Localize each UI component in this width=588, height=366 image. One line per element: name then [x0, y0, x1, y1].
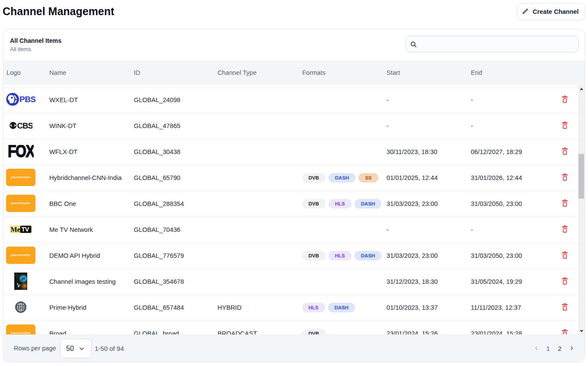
svg-text:FOX: FOX	[8, 145, 34, 157]
svg-text:CBS: CBS	[17, 122, 32, 129]
svg-text:TV: TV	[22, 226, 29, 233]
svg-text:Me: Me	[11, 225, 20, 233]
svg-text:PBS: PBS	[19, 95, 35, 104]
